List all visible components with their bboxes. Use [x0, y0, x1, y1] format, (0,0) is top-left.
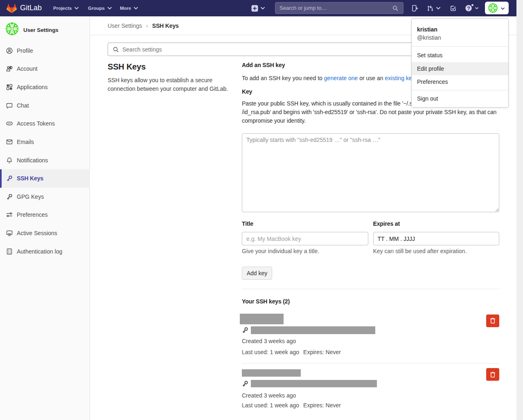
svg-text:?: ? — [467, 6, 470, 11]
